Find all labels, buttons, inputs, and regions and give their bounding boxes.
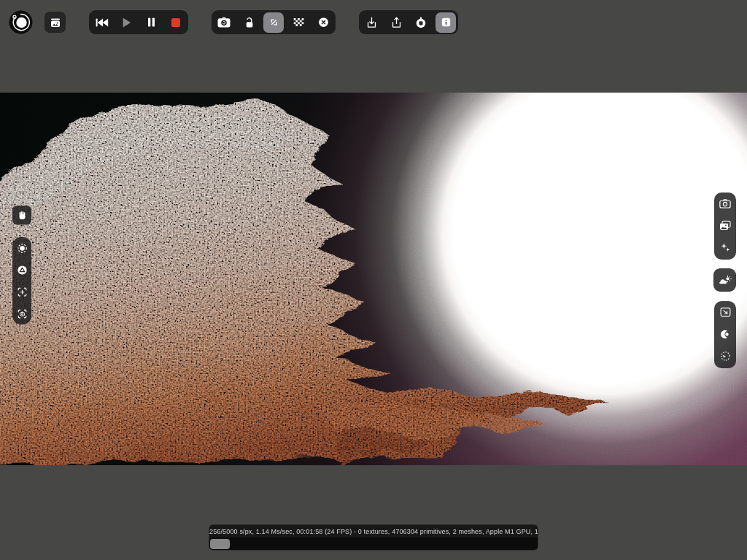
pause-button[interactable] xyxy=(139,10,163,34)
resize-viewport-button[interactable] xyxy=(261,10,286,34)
photo-library-button[interactable] xyxy=(44,12,66,33)
playback-toolbar xyxy=(89,10,188,34)
frame-camera-button[interactable] xyxy=(12,303,31,324)
color-dial-button[interactable] xyxy=(714,345,736,367)
pause-icon xyxy=(147,17,156,28)
render-viewport[interactable] xyxy=(0,93,747,465)
mountain-render xyxy=(0,93,747,465)
info-icon xyxy=(440,16,452,28)
app-logo-button[interactable] xyxy=(9,10,33,34)
frame-camera-icon xyxy=(16,308,28,320)
snapshot-timer-button[interactable] xyxy=(409,10,433,34)
checkerboard-button[interactable] xyxy=(286,10,311,34)
color-dial-icon xyxy=(719,350,732,362)
snapshot-timer-icon xyxy=(414,16,427,29)
image-scale-button[interactable] xyxy=(714,301,736,323)
zoom-to-fit-button[interactable] xyxy=(12,281,31,303)
pan-hand-button[interactable] xyxy=(12,206,31,225)
render-region-button[interactable] xyxy=(12,237,31,259)
reset-camera-icon xyxy=(217,16,231,28)
skip-to-start-icon xyxy=(95,17,109,28)
import-button[interactable] xyxy=(359,10,384,34)
file-toolbar xyxy=(359,10,458,34)
resize-viewport-icon xyxy=(268,16,280,28)
render-status-widget: 256/5000 s/px, 1.14 Ms/sec, 00:01:58 (24… xyxy=(209,525,538,550)
environment-button[interactable] xyxy=(713,268,736,292)
enhance-sparkles-button[interactable] xyxy=(714,236,736,258)
capture-toolbar xyxy=(212,10,336,34)
reset-camera-button[interactable] xyxy=(212,10,236,34)
adjust-pill xyxy=(714,301,736,368)
info-button[interactable] xyxy=(433,10,458,34)
progress-track[interactable] xyxy=(209,537,538,550)
photos-stack-button[interactable] xyxy=(714,214,736,236)
camera-button[interactable] xyxy=(714,192,736,214)
render-stats-text: 256/5000 s/px, 1.14 Ms/sec, 00:01:58 (24… xyxy=(209,525,538,537)
export-button[interactable] xyxy=(384,10,409,34)
record-stop-icon xyxy=(171,18,181,28)
lock-open-button[interactable] xyxy=(236,10,261,34)
pan-tool-pill xyxy=(12,206,31,225)
zoom-to-fit-icon xyxy=(16,286,28,298)
export-icon xyxy=(390,16,403,29)
capture-pill xyxy=(714,192,736,260)
view-tools-pill xyxy=(12,237,31,324)
play-icon xyxy=(121,17,132,28)
photo-library-icon xyxy=(49,16,62,29)
enhance-sparkles-icon xyxy=(719,241,732,254)
tone-contrast-icon xyxy=(719,328,732,341)
sun-cloud-icon xyxy=(718,274,732,287)
app-logo-icon xyxy=(9,10,33,34)
close-circle-button[interactable] xyxy=(311,10,336,34)
play-button[interactable] xyxy=(114,10,139,34)
image-scale-icon xyxy=(719,306,732,318)
camera-icon xyxy=(719,198,732,209)
render-region-icon xyxy=(16,242,28,254)
checkerboard-icon xyxy=(293,17,305,28)
skip-to-start-button[interactable] xyxy=(89,10,114,34)
tone-contrast-button[interactable] xyxy=(714,323,736,345)
import-icon xyxy=(365,16,378,29)
progress-thumb[interactable] xyxy=(210,539,230,549)
lock-open-icon xyxy=(243,16,255,29)
photos-stack-icon xyxy=(719,219,732,232)
environment-pill xyxy=(713,268,736,292)
close-circle-icon xyxy=(317,16,330,28)
record-stop-button[interactable] xyxy=(163,10,188,34)
orientation-button[interactable] xyxy=(12,259,31,281)
pan-hand-icon xyxy=(17,210,28,221)
orientation-icon xyxy=(16,264,28,276)
